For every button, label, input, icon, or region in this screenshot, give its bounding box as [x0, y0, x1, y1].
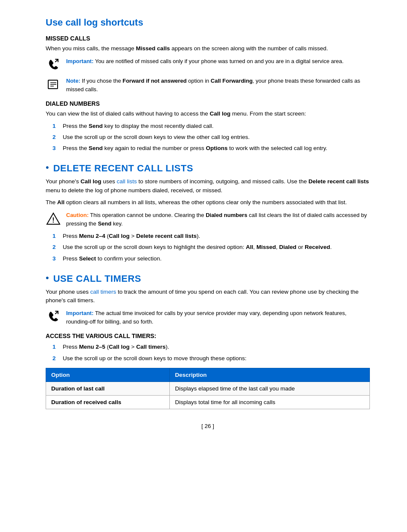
important-timers-text: Important: The actual time invoiced for … [66, 309, 370, 326]
phone-missed-icon [46, 58, 61, 72]
caution-triangle-icon: ! [46, 211, 61, 226]
use-call-timers-body1: Your phone uses call timers to track the… [46, 288, 370, 305]
bullet-dot-delete: • [46, 162, 49, 173]
table-header-description: Description [170, 368, 370, 382]
access-timers-heading: ACCESS THE VARIOUS CALL TIMERS: [46, 332, 370, 339]
page-number: [ 26 ] [46, 423, 370, 429]
caution-note-text: Caution: This operation cannot be undone… [66, 211, 370, 228]
note-icon [46, 77, 61, 92]
dialed-step-2: 2 Use the scroll up or the scroll down k… [52, 133, 370, 142]
phone-important-icon [46, 309, 61, 324]
delete-recent-body2: The All option clears all numbers in all… [46, 198, 370, 207]
important-note-text: Important: You are notified of missed ca… [66, 57, 370, 66]
important-timers-icon [46, 309, 61, 324]
dialed-numbers-body: You can view the list of dialed calls wi… [46, 110, 370, 118]
page-content: Use call log shortcuts MISSED CALLS When… [46, 17, 370, 429]
caution-note: ! Caution: This operation cannot be undo… [46, 211, 370, 228]
bullet-dot-timers: • [46, 272, 49, 283]
dialed-step-1: 1 Press the Send key to display the most… [52, 122, 370, 130]
table-row: Duration of received calls Displays tota… [46, 395, 370, 409]
delete-recent-steps: 1 Press Menu 2–4 (Call log > Delete rece… [52, 232, 370, 263]
table-cell-option-1: Duration of last call [46, 382, 170, 395]
svg-text:!: ! [52, 217, 54, 224]
table-header-option: Option [46, 368, 170, 382]
important-icon [46, 57, 61, 72]
dialed-numbers-steps: 1 Press the Send key to display the most… [52, 122, 370, 153]
timers-step-2: 2 Use the scroll up or the scroll down k… [52, 354, 370, 363]
dialed-numbers-heading: DIALED NUMBERS [46, 100, 370, 107]
note-square-icon [47, 78, 60, 91]
call-timers-table: Option Description Duration of last call… [46, 368, 370, 409]
delete-recent-body1: Your phone's Call log uses call lists to… [46, 177, 370, 195]
use-call-timers-section: • USE CALL TIMERS [46, 273, 370, 284]
important-note-timers: Important: The actual time invoiced for … [46, 309, 370, 326]
delete-step-3: 3 Press Select to confirm your selection… [52, 254, 370, 263]
note-call-forwarding-text: Note: If you chose the Forward if not an… [66, 77, 370, 93]
caution-icon: ! [46, 211, 61, 226]
timers-step-1: 1 Press Menu 2–5 (Call log > Call timers… [52, 343, 370, 351]
delete-step-2: 2 Use the scroll up or the scroll down k… [52, 243, 370, 252]
timers-steps: 1 Press Menu 2–5 (Call log > Call timers… [52, 343, 370, 363]
use-call-timers-title: USE CALL TIMERS [53, 273, 141, 284]
important-note-missed: Important: You are notified of missed ca… [46, 57, 370, 72]
table-cell-desc-2: Displays total time for all incoming cal… [170, 395, 370, 409]
missed-calls-heading: MISSED CALLS [46, 35, 370, 42]
delete-step-1: 1 Press Menu 2–4 (Call log > Delete rece… [52, 232, 370, 240]
delete-recent-title: DELETE RECENT CALL LISTS [53, 163, 193, 174]
missed-calls-body: When you miss calls, the message Missed … [46, 44, 370, 53]
table-cell-desc-1: Displays elapsed time of the last call y… [170, 382, 370, 395]
section-title: Use call log shortcuts [46, 17, 370, 28]
table-row: Duration of last call Displays elapsed t… [46, 382, 370, 395]
delete-recent-section: • DELETE RECENT CALL LISTS [46, 163, 370, 174]
table-cell-option-2: Duration of received calls [46, 395, 170, 409]
note-call-forwarding: Note: If you chose the Forward if not an… [46, 77, 370, 93]
dialed-step-3: 3 Press the Send key again to redial the… [52, 144, 370, 153]
